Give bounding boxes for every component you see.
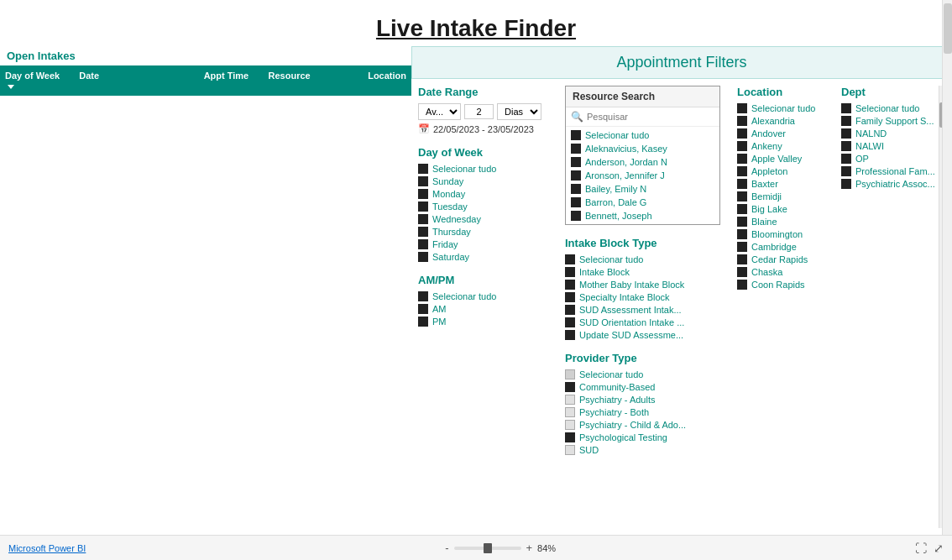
dow-wednesday-checkbox[interactable] (418, 214, 428, 224)
dow-monday[interactable]: Monday (418, 189, 557, 199)
resource-item-aronson[interactable]: Aronson, Jennifer J (566, 169, 719, 182)
dow-tuesday-checkbox[interactable] (418, 201, 428, 212)
dow-sunday[interactable]: Sunday (418, 176, 557, 186)
ampm-pm[interactable]: PM (418, 317, 557, 327)
loc-ankeny-checkbox[interactable] (737, 141, 747, 151)
dow-saturday-checkbox[interactable] (418, 252, 428, 262)
dow-thursday-checkbox[interactable] (418, 227, 428, 237)
resource-item-barron[interactable]: Barron, Dale G (566, 196, 719, 209)
pt-community-checkbox[interactable] (565, 382, 575, 392)
resource-item-aleknavicius[interactable]: Aleknavicius, Kasey (566, 142, 719, 155)
loc-alexandria[interactable]: Alexandria (737, 116, 834, 126)
ibt-sud-orientation-checkbox[interactable] (565, 317, 575, 327)
date-range-prefix-select[interactable]: Av... (418, 103, 461, 120)
resource-bennett-checkbox[interactable] (571, 211, 581, 221)
loc-bloomington-checkbox[interactable] (737, 229, 747, 239)
zoom-slider-thumb[interactable] (484, 543, 492, 553)
col-location[interactable]: Location (346, 69, 411, 92)
loc-baxter[interactable]: Baxter (737, 179, 834, 189)
loc-appleton[interactable]: Appleton (737, 166, 834, 176)
resource-bailey-checkbox[interactable] (571, 184, 581, 194)
dow-friday-checkbox[interactable] (418, 239, 428, 249)
ampm-am[interactable]: AM (418, 304, 557, 314)
ibt-update-sud-checkbox[interactable] (565, 330, 575, 340)
loc-apple-valley-checkbox[interactable] (737, 154, 747, 164)
pt-psychological-testing[interactable]: Psychological Testing (565, 432, 729, 442)
dept-op[interactable]: OP (841, 154, 939, 164)
loc-alexandria-checkbox[interactable] (737, 116, 747, 126)
page-scrollbar-thumb[interactable] (944, 3, 952, 54)
loc-selecionar[interactable]: Selecionar tudo (737, 103, 834, 113)
dept-nalwi[interactable]: NALWI (841, 141, 939, 151)
resource-search-input-wrap[interactable]: 🔍 (566, 107, 719, 127)
pt-psychiatry-both[interactable]: Psychiatry - Both (565, 407, 729, 417)
loc-cambridge[interactable]: Cambridge (737, 242, 834, 252)
ibt-mother-baby[interactable]: Mother Baby Intake Block (565, 280, 729, 290)
resource-selecionar-checkbox[interactable] (571, 130, 581, 140)
resource-item-anderson[interactable]: Anderson, Jordan N (566, 155, 719, 169)
fullscreen-icon[interactable]: ⤢ (934, 542, 944, 555)
loc-andover-checkbox[interactable] (737, 128, 747, 139)
loc-ankeny[interactable]: Ankeny (737, 141, 834, 151)
loc-chaska[interactable]: Chaska (737, 267, 834, 277)
dept-family-support-checkbox[interactable] (841, 116, 851, 126)
zoom-plus-button[interactable]: + (526, 542, 533, 554)
date-range-unit-select[interactable]: Dias (497, 103, 541, 120)
col-appt-time[interactable]: Appt Time (189, 69, 263, 92)
loc-coon-rapids[interactable]: Coon Rapids (737, 280, 834, 290)
resource-item-selecionar[interactable]: Selecionar tudo (566, 128, 719, 142)
dept-op-checkbox[interactable] (841, 154, 851, 164)
loc-selecionar-checkbox[interactable] (737, 103, 747, 113)
loc-coon-rapids-checkbox[interactable] (737, 280, 747, 290)
ibt-sud-orientation[interactable]: SUD Orientation Intake ... (565, 317, 729, 327)
ampm-selecionar-tudo-checkbox[interactable] (418, 291, 428, 301)
resource-item-bailey[interactable]: Bailey, Emily N (566, 182, 719, 196)
loc-appleton-checkbox[interactable] (737, 166, 747, 176)
dept-nalwi-checkbox[interactable] (841, 141, 851, 151)
loc-blaine[interactable]: Blaine (737, 217, 834, 227)
ibt-update-sud[interactable]: Update SUD Assessme... (565, 330, 729, 340)
pt-psychiatry-both-checkbox[interactable] (565, 407, 575, 417)
loc-bemidji[interactable]: Bemidji (737, 191, 834, 201)
loc-big-lake[interactable]: Big Lake (737, 204, 834, 214)
loc-blaine-checkbox[interactable] (737, 217, 747, 227)
pt-selecionar[interactable]: Selecionar tudo (565, 369, 729, 379)
zoom-slider[interactable] (454, 547, 521, 550)
ibt-intake-block[interactable]: Intake Block (565, 267, 729, 277)
dept-professional-fam-checkbox[interactable] (841, 166, 851, 176)
expand-icon[interactable]: ⛶ (915, 542, 927, 555)
dept-selecionar[interactable]: Selecionar tudo (841, 103, 939, 113)
pt-psychiatry-adults-checkbox[interactable] (565, 395, 575, 405)
resource-aronson-checkbox[interactable] (571, 170, 581, 181)
page-scrollbar[interactable] (942, 0, 952, 560)
dept-family-support[interactable]: Family Support S... (841, 116, 939, 126)
dept-nalnd[interactable]: NALND (841, 128, 939, 139)
resource-item-bennett[interactable]: Bennett, Joseph (566, 209, 719, 222)
dept-professional-fam[interactable]: Professional Fam... (841, 166, 939, 176)
pt-psychiatry-child[interactable]: Psychiatry - Child & Ado... (565, 420, 729, 430)
ibt-selecionar-checkbox[interactable] (565, 254, 575, 264)
dow-selecionar-tudo-checkbox[interactable] (418, 164, 428, 174)
resource-search-input[interactable] (587, 112, 704, 122)
ibt-sud-assessment[interactable]: SUD Assessment Intak... (565, 305, 729, 315)
ibt-intake-block-checkbox[interactable] (565, 267, 575, 277)
dow-sunday-checkbox[interactable] (418, 176, 428, 186)
dow-wednesday[interactable]: Wednesday (418, 214, 557, 224)
resource-anderson-checkbox[interactable] (571, 157, 581, 167)
dow-monday-checkbox[interactable] (418, 189, 428, 199)
pt-sud[interactable]: SUD (565, 445, 729, 455)
col-date[interactable]: Date (74, 69, 189, 92)
col-resource[interactable]: Resource (264, 69, 346, 92)
pt-community[interactable]: Community-Based (565, 382, 729, 392)
resource-aleknavicius-checkbox[interactable] (571, 144, 581, 154)
loc-chaska-checkbox[interactable] (737, 267, 747, 277)
dow-tuesday[interactable]: Tuesday (418, 201, 557, 212)
loc-cedar-rapids[interactable]: Cedar Rapids (737, 254, 834, 264)
loc-cambridge-checkbox[interactable] (737, 242, 747, 252)
dept-psychiatric-assoc-checkbox[interactable] (841, 179, 851, 189)
resource-barron-checkbox[interactable] (571, 197, 581, 207)
pt-sud-checkbox[interactable] (565, 445, 575, 455)
pt-psychiatry-child-checkbox[interactable] (565, 420, 575, 430)
ampm-am-checkbox[interactable] (418, 304, 428, 314)
dept-selecionar-checkbox[interactable] (841, 103, 851, 113)
